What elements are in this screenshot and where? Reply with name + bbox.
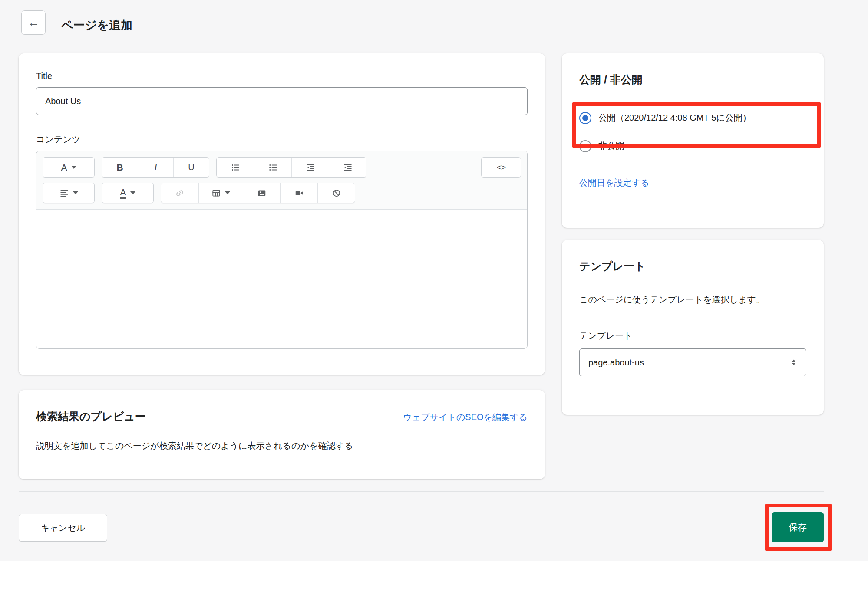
underline-icon: U	[188, 162, 194, 172]
set-publish-date-link[interactable]: 公開日を設定する	[579, 177, 649, 189]
hidden-option-label: 非公開	[598, 139, 624, 153]
cancel-button[interactable]: キャンセル	[19, 514, 107, 542]
alignment-group	[43, 183, 95, 203]
insert-video-icon	[294, 188, 304, 198]
template-select-value: page.about-us	[588, 358, 644, 368]
chevron-down-icon	[130, 191, 135, 194]
visibility-card: 公開 / 非公開 公開（2020/12/12 4:08 GMT-5に公開） 非公…	[562, 53, 824, 228]
font-dropdown-icon: A	[61, 162, 67, 173]
font-style-group: A	[43, 157, 95, 178]
back-arrow-icon: ←	[27, 16, 40, 30]
alignment-dropdown-button[interactable]	[43, 183, 94, 203]
clear-formatting-button[interactable]	[317, 183, 355, 203]
insert-table-button[interactable]	[198, 183, 243, 203]
radio-unselected-icon[interactable]	[579, 140, 591, 152]
insert-table-icon	[211, 188, 221, 198]
text-color-icon: A	[120, 187, 126, 199]
insert-image-icon	[257, 188, 267, 198]
save-button-wrapper: 保存	[772, 512, 824, 542]
align-left-icon	[59, 188, 69, 198]
template-select-label: テンプレート	[579, 329, 806, 342]
insert-group	[161, 183, 355, 203]
numbered-list-icon	[268, 163, 278, 172]
back-button[interactable]: ←	[21, 10, 46, 35]
insert-link-icon	[175, 188, 185, 198]
chevron-down-icon	[225, 191, 230, 194]
radio-option-hidden[interactable]: 非公開	[579, 139, 806, 153]
page-form-card: Title コンテンツ A B	[19, 53, 545, 375]
toolbar-row-2: A	[43, 183, 521, 203]
footer-divider	[19, 491, 824, 492]
italic-button[interactable]: I	[138, 158, 173, 177]
text-format-group: B I U	[102, 157, 209, 178]
save-button[interactable]: 保存	[772, 512, 824, 542]
template-description: このページに使うテンプレートを選択します。	[579, 293, 806, 307]
code-group: <>	[481, 157, 521, 178]
font-dropdown-button[interactable]: A	[43, 158, 94, 177]
underline-button[interactable]: U	[173, 158, 209, 177]
bullet-list-icon	[231, 163, 240, 172]
seo-preview-card: 検索結果のプレビュー ウェブサイトのSEOを編集する 説明文を追加してこのページ…	[19, 390, 545, 479]
seo-heading: 検索結果のプレビュー	[36, 409, 146, 424]
indent-button[interactable]	[329, 158, 366, 177]
radio-option-published[interactable]: 公開（2020/12/12 4:08 GMT-5に公開）	[579, 111, 806, 125]
editor-body[interactable]	[36, 210, 527, 348]
template-heading: テンプレート	[579, 259, 806, 273]
clear-formatting-icon	[332, 188, 341, 198]
template-card: テンプレート このページに使うテンプレートを選択します。 テンプレート page…	[562, 240, 824, 415]
content-field-label: コンテンツ	[36, 134, 528, 145]
code-icon: <>	[497, 163, 505, 172]
show-html-button[interactable]: <>	[482, 158, 521, 177]
insert-video-button[interactable]	[280, 183, 317, 203]
numbered-list-button[interactable]	[254, 158, 291, 177]
insert-image-button[interactable]	[243, 183, 280, 203]
text-color-dropdown-button[interactable]: A	[102, 183, 153, 203]
toolbar-spacer	[373, 157, 474, 178]
seo-card-header: 検索結果のプレビュー ウェブサイトのSEOを編集する	[36, 409, 528, 424]
outdent-button[interactable]	[291, 158, 329, 177]
editor-toolbar: A B I U	[36, 151, 527, 210]
template-select[interactable]: page.about-us	[579, 348, 806, 376]
title-input[interactable]	[36, 87, 528, 115]
toolbar-row-1: A B I U	[43, 157, 521, 178]
title-field-label: Title	[36, 71, 528, 81]
seo-description: 説明文を追加してこのページが検索結果でどのように表示されるのかを確認する	[36, 439, 528, 452]
bold-icon: B	[116, 162, 123, 173]
text-color-group: A	[102, 183, 154, 203]
visibility-options: 公開（2020/12/12 4:08 GMT-5に公開） 非公開	[579, 111, 806, 153]
edit-website-seo-link[interactable]: ウェブサイトのSEOを編集する	[403, 411, 528, 423]
visibility-heading: 公開 / 非公開	[579, 72, 806, 87]
indent-icon	[343, 163, 353, 172]
insert-link-button[interactable]	[161, 183, 198, 203]
bold-button[interactable]: B	[102, 158, 138, 177]
page-title: ページを追加	[61, 17, 132, 33]
select-updown-icon	[789, 358, 798, 367]
list-indent-group	[216, 157, 366, 178]
bullet-list-button[interactable]	[217, 158, 254, 177]
page-canvas: ← ページを追加 Title コンテンツ A B	[0, 0, 868, 561]
italic-icon: I	[154, 162, 157, 173]
published-option-label: 公開（2020/12/12 4:08 GMT-5に公開）	[598, 111, 751, 125]
chevron-down-icon	[71, 166, 76, 169]
outdent-icon	[306, 163, 315, 172]
radio-selected-icon[interactable]	[579, 112, 591, 124]
chevron-down-icon	[73, 191, 78, 194]
rich-text-editor: A B I U	[36, 151, 528, 349]
